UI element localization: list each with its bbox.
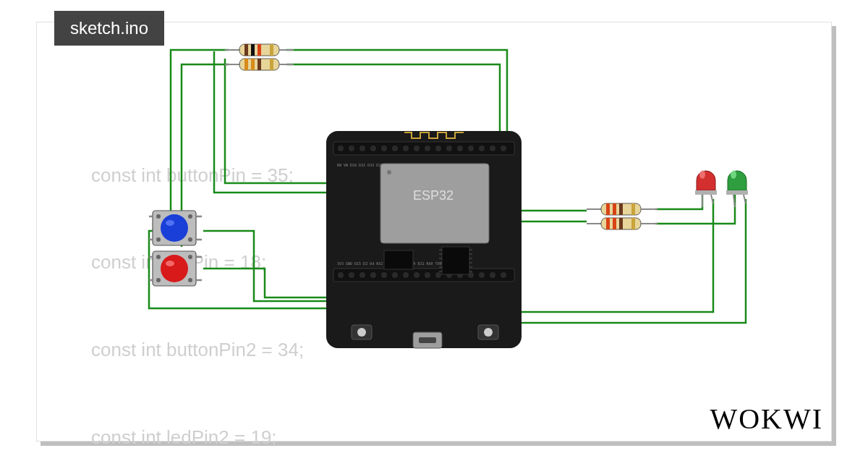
svg-point-65 [468,145,474,151]
board-label: ESP32 [413,188,454,203]
svg-point-77 [425,272,430,278]
resistor-r3[interactable] [587,203,658,215]
button-red[interactable] [149,251,202,286]
svg-rect-19 [631,203,635,215]
svg-point-68 [501,145,506,151]
svg-rect-25 [619,218,623,229]
svg-rect-2 [244,44,248,56]
svg-point-73 [381,272,387,278]
resistor-r2[interactable] [225,59,294,70]
svg-rect-105 [419,337,436,343]
svg-point-67 [490,145,495,151]
svg-rect-3 [251,44,255,56]
svg-point-45 [166,261,174,266]
simulator-canvas: const int buttonPin = 35; const int ledP… [36,22,832,442]
svg-point-44 [161,255,188,282]
svg-rect-90 [384,250,413,269]
svg-rect-109 [695,190,717,195]
svg-point-40 [156,255,161,259]
svg-point-76 [414,272,420,278]
svg-point-32 [188,237,192,242]
svg-point-61 [425,145,430,151]
svg-point-71 [359,272,365,278]
file-tab[interactable]: sketch.ino [54,11,164,46]
svg-point-70 [349,272,354,278]
svg-rect-9 [244,59,248,70]
brand-name: WOKWI [710,402,823,435]
svg-point-42 [156,278,161,282]
svg-rect-87 [380,164,489,243]
svg-point-34 [166,220,174,226]
svg-point-62 [435,145,441,151]
wokwi-logo: WOKWI [710,402,823,436]
svg-point-72 [370,272,376,278]
svg-rect-26 [631,218,635,229]
svg-point-30 [188,214,192,219]
resistor-r4[interactable] [587,218,658,229]
svg-point-31 [156,237,161,242]
svg-rect-17 [613,203,616,215]
svg-point-75 [403,272,409,278]
led-green[interactable] [726,170,748,207]
svg-point-88 [387,170,391,174]
svg-point-82 [479,272,485,278]
circuit-diagram: EN VN D34 D32 D33 D25 D26 D27 D14 D12 D1… [37,22,833,442]
resistor-r1[interactable] [225,44,294,56]
svg-point-41 [188,255,192,259]
svg-point-108 [699,170,705,179]
boot-button-icon[interactable] [357,328,366,337]
svg-rect-18 [619,203,623,215]
svg-rect-16 [606,203,610,215]
svg-point-69 [338,272,344,278]
svg-rect-12 [270,59,273,70]
en-button-icon[interactable] [484,328,493,337]
svg-point-58 [392,145,398,151]
svg-point-56 [370,145,376,151]
button-blue[interactable] [149,211,202,245]
esp32-board[interactable]: EN VN D34 D32 D33 D25 D26 D27 D14 D12 D1… [326,131,522,348]
svg-point-57 [381,145,387,151]
svg-rect-91 [442,247,469,274]
svg-point-83 [490,272,495,278]
svg-point-53 [338,145,344,151]
svg-point-54 [349,145,354,151]
svg-point-78 [435,272,441,278]
svg-point-43 [188,278,192,282]
svg-point-60 [414,145,420,151]
svg-rect-5 [270,44,273,56]
svg-point-29 [156,214,161,219]
svg-point-59 [403,145,409,151]
svg-rect-113 [726,190,748,195]
svg-rect-24 [613,218,616,229]
svg-point-84 [501,272,506,278]
svg-point-63 [446,145,452,151]
svg-point-112 [731,170,736,179]
svg-rect-10 [251,59,255,70]
svg-point-55 [359,145,365,151]
svg-rect-4 [258,44,261,56]
svg-point-64 [457,145,463,151]
svg-rect-23 [606,218,610,229]
svg-point-33 [161,214,188,242]
svg-rect-11 [258,59,261,70]
svg-point-66 [479,145,485,151]
svg-point-74 [392,272,398,278]
file-tab-label: sketch.ino [70,18,148,38]
